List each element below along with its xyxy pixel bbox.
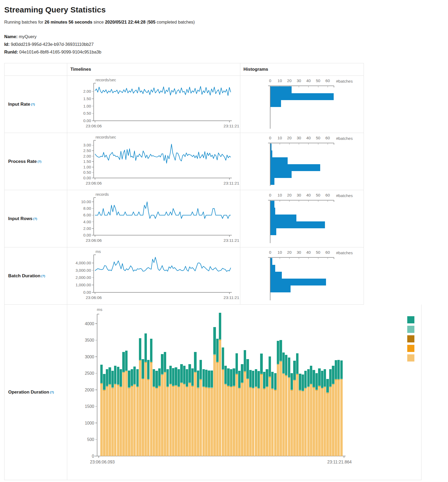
stacked-bar-segment-light_teal bbox=[244, 371, 246, 372]
stacked-bar-segment-orange bbox=[122, 372, 125, 373]
stacked-bar-segment-tan bbox=[216, 363, 219, 456]
stacked-bar-segment-tan bbox=[188, 383, 191, 456]
stacked-bar-segment-light_teal bbox=[180, 382, 183, 383]
stacked-bar-segment-tan bbox=[106, 387, 108, 456]
stacked-bar-segment-tan bbox=[329, 387, 332, 456]
stacked-bar-segment-light_teal bbox=[133, 384, 136, 385]
batches-count-label: #batches bbox=[336, 251, 353, 255]
stacked-bar-segment-teal bbox=[108, 367, 111, 384]
stacked-bar-segment-teal bbox=[252, 371, 254, 388]
x-start-label: 23:06:06 bbox=[86, 295, 102, 300]
page-title: Streaming Query Statistics bbox=[4, 5, 448, 14]
stacked-bar-segment-teal bbox=[244, 350, 246, 371]
stacked-bar-segment-teal bbox=[269, 356, 271, 376]
metric-label: Process Rate bbox=[8, 159, 37, 164]
batches-count-label: #batches bbox=[336, 79, 353, 83]
stacked-bar-segment-teal bbox=[213, 327, 216, 354]
stacked-bar-segment-tan bbox=[169, 385, 172, 456]
stacked-bar-segment-tan bbox=[153, 387, 155, 456]
stacked-bar-segment-teal bbox=[120, 369, 122, 386]
stacked-bar-segment-orange bbox=[274, 390, 277, 390]
help-icon[interactable]: (?) bbox=[31, 103, 35, 106]
stacked-bar-segment-light_teal bbox=[337, 379, 340, 380]
header-timelines: Timelines bbox=[67, 63, 240, 75]
stacked-bar-segment-light_teal bbox=[106, 386, 108, 386]
stacked-bar-segment-teal bbox=[332, 366, 334, 384]
stacked-bar-segment-orange bbox=[329, 387, 332, 387]
y-tick-label: 6.00 bbox=[83, 213, 91, 217]
x-tick-label: 60 bbox=[325, 193, 330, 197]
stacked-bar-segment-tan bbox=[227, 387, 229, 456]
x-tick-label: 10 bbox=[278, 193, 282, 197]
input-rows-histogram-chart: #batches0102030405060 bbox=[240, 190, 364, 247]
stacked-bar-segment-tan bbox=[241, 383, 243, 456]
stacked-bar-segment-light_teal bbox=[191, 386, 194, 386]
stacked-bar-segment-tan bbox=[211, 388, 213, 456]
stacked-bar-segment-teal bbox=[249, 370, 252, 387]
batch-duration-label: Batch Duration (?) bbox=[4, 247, 67, 304]
stacked-bar-segment-orange bbox=[178, 387, 180, 387]
stacked-bar-segment-teal bbox=[139, 338, 141, 360]
stacked-bar-segment-teal bbox=[114, 366, 116, 384]
help-icon[interactable]: (?) bbox=[50, 391, 54, 394]
stacked-bar-segment-tan bbox=[183, 385, 185, 456]
stacked-bar-segment-light_teal bbox=[111, 387, 114, 388]
stacked-bar-segment-teal bbox=[241, 364, 243, 382]
stacked-bar-segment-light_teal bbox=[155, 388, 158, 388]
stacked-bar-segment-tan bbox=[131, 387, 133, 456]
stacked-bar-segment-tan bbox=[291, 391, 293, 456]
stacked-bar-segment-orange bbox=[114, 384, 116, 385]
histogram-bar bbox=[270, 157, 288, 164]
stacked-bar-segment-teal bbox=[257, 371, 260, 388]
x-start-label: 23:06:06 bbox=[86, 238, 102, 243]
stacked-bar-segment-teal bbox=[233, 368, 235, 386]
stacked-bar-segment-light_teal bbox=[260, 374, 263, 374]
query-name-line: Name: myQuery bbox=[4, 34, 448, 39]
stacked-bar-segment-tan bbox=[236, 375, 238, 456]
stacked-bar-segment-tan bbox=[122, 373, 125, 456]
stacked-bar-segment-teal bbox=[313, 370, 315, 387]
stacked-bar-segment-teal bbox=[178, 369, 180, 386]
histogram-chart: #batches0102030405060 bbox=[240, 190, 364, 247]
stacked-bar-segment-orange bbox=[106, 387, 108, 387]
y-tick-label: 0.00 bbox=[83, 176, 91, 180]
help-icon[interactable]: (?) bbox=[41, 274, 45, 278]
process-rate-histogram-chart: #batches0102030405060 bbox=[240, 133, 364, 190]
input-rows-timeline-chart: records10.008.006.004.002.000.0023:06:06… bbox=[67, 190, 240, 247]
timeline-series bbox=[95, 86, 231, 96]
stacked-bar-segment-light_teal bbox=[158, 386, 161, 386]
stacked-bar-segment-orange bbox=[271, 389, 274, 389]
y-tick-label: 0.00 bbox=[83, 233, 91, 237]
x-tick-label: 10 bbox=[278, 78, 282, 83]
stacked-bar-segment-light_teal bbox=[103, 390, 105, 390]
stacked-bar-segment-tan bbox=[186, 387, 188, 456]
stacked-bar-segment-tan bbox=[200, 380, 202, 456]
stacked-bar-segment-tan bbox=[219, 340, 221, 456]
stacked-bar-segment-light_teal bbox=[211, 387, 213, 388]
help-icon[interactable]: (?) bbox=[33, 217, 37, 220]
stacked-bar-segment-tan bbox=[103, 391, 105, 456]
stacked-bar-segment-tan bbox=[178, 387, 180, 456]
stacked-bar-segment-orange bbox=[307, 387, 310, 387]
help-icon[interactable]: (?) bbox=[38, 160, 42, 163]
stacked-bar-chart: ms4000350030002500200015001000500023:06:… bbox=[67, 305, 421, 479]
stacked-bar-segment-orange bbox=[293, 380, 296, 381]
histogram-bar bbox=[270, 164, 320, 171]
line-chart: ms4,000.003,000.002,000.001,000.000.0023… bbox=[67, 247, 240, 304]
stacked-bar-segment-light_teal bbox=[120, 386, 122, 387]
stacked-bar-segment-light_teal bbox=[236, 374, 238, 374]
stacked-bar-segment-orange bbox=[188, 383, 191, 383]
x-tick-label: 50 bbox=[316, 136, 320, 140]
stacked-bar-segment-orange bbox=[205, 387, 207, 388]
stacked-bar-segment-teal bbox=[136, 369, 139, 386]
completed-batches-count: 505 bbox=[148, 20, 156, 24]
stacked-bar-segment-tan bbox=[100, 384, 103, 456]
stacked-bar-segment-tan bbox=[172, 387, 174, 456]
y-tick-label: 4000 bbox=[85, 322, 94, 326]
y-tick-label: 1500 bbox=[85, 404, 94, 409]
stacked-bar-segment-orange bbox=[252, 388, 254, 389]
stacked-bar-segment-teal bbox=[100, 365, 103, 383]
x-end-label: 23:11:21 bbox=[224, 124, 239, 128]
stacked-bar-segment-orange bbox=[108, 385, 111, 385]
histogram-bar bbox=[270, 171, 292, 178]
